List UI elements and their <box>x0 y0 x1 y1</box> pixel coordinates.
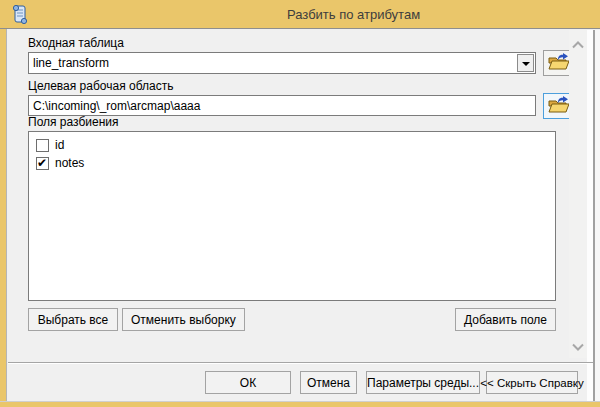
split-fields-listbox[interactable]: id notes <box>28 131 556 301</box>
open-folder-icon <box>547 52 571 75</box>
window-title: Разбить по атрибутам <box>287 7 420 22</box>
input-table-combobox[interactable]: line_transform <box>28 52 536 74</box>
title-bar[interactable]: Разбить по атрибутам <box>0 0 600 29</box>
input-table-label: Входная таблица <box>28 36 124 50</box>
chevron-down-icon[interactable] <box>572 340 584 348</box>
window-border-left <box>0 29 7 401</box>
footer-separator <box>8 362 593 364</box>
target-workspace-input[interactable] <box>28 95 536 116</box>
select-all-button[interactable]: Выбрать все <box>28 308 118 331</box>
add-field-button[interactable]: Добавить поле <box>455 308 556 331</box>
window-right-gap <box>595 30 600 401</box>
target-workspace-label: Целевая рабочая область <box>28 79 173 93</box>
triangle-down-icon <box>522 62 530 66</box>
vertical-scrollbar[interactable] <box>569 30 587 358</box>
cancel-button[interactable]: Отмена <box>300 371 357 394</box>
checkbox-notes[interactable] <box>36 157 49 170</box>
field-row-id[interactable]: id <box>36 136 555 154</box>
chevron-up-icon[interactable] <box>572 38 584 46</box>
split-by-attributes-dialog: Разбить по атрибутам Входная таблица lin… <box>0 0 600 407</box>
checkbox-id[interactable] <box>36 139 49 152</box>
window-border-bottom <box>0 401 600 407</box>
script-scroll-icon <box>10 4 29 25</box>
hide-help-button[interactable]: << Скрыть Справку <box>486 371 578 394</box>
open-folder-icon <box>547 95 571 118</box>
clear-selection-button[interactable]: Отменить выборку <box>122 308 245 331</box>
combobox-dropdown-button[interactable] <box>517 54 534 72</box>
environments-button[interactable]: Параметры среды... <box>366 371 480 394</box>
split-fields-label: Поля разбиения <box>28 115 119 129</box>
field-label-notes: notes <box>55 156 84 170</box>
field-label-id: id <box>55 138 64 152</box>
ok-button[interactable]: ОК <box>205 371 291 394</box>
field-row-notes[interactable]: notes <box>36 154 555 172</box>
input-table-value: line_transform <box>33 56 109 70</box>
